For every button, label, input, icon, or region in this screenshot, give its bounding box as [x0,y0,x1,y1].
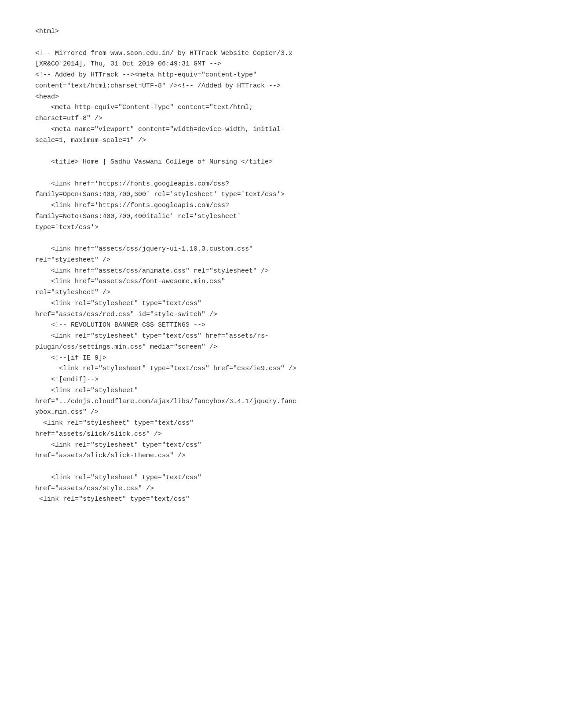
code-line: family=Noto+Sans:400,700,400italic' rel=… [35,211,431,222]
code-line: plugin/css/settings.min.css" media="scre… [35,342,431,353]
code-line: href="assets/css/red.css" id="style-swit… [35,309,431,320]
code-line: <head> [35,92,431,103]
code-line: [XR&CO'2014], Thu, 31 Oct 2019 06:49:31 … [35,59,431,70]
code-line: <link href="assets/css/font-awesome.min.… [35,277,431,288]
code-line: <link href="assets/css/animate.css" rel=… [35,266,431,277]
code-line: <link rel="stylesheet" type="text/css" h… [35,331,431,342]
code-line: <meta name="viewport" content="width=dev… [35,124,431,135]
code-line: scale=1, maximum-scale=1" /> [35,135,431,146]
code-line: <!-- Added by HTTrack --><meta http-equi… [35,70,431,81]
code-display: <html> <!-- Mirrored from www.scon.edu.i… [35,26,431,505]
code-line: <html> [35,26,431,37]
code-line: rel="stylesheet" /> [35,255,431,266]
code-line: ybox.min.css" /> [35,407,431,418]
code-line: family=Open+Sans:400,700,300' rel='style… [35,189,431,200]
code-line [35,37,431,48]
code-line: <link rel="stylesheet" type="text/css" [35,298,431,309]
code-line: <link rel="stylesheet" type="text/css" h… [35,364,431,375]
code-line: <!-- REVOLUTION BANNER CSS SETTINGS --> [35,320,431,331]
code-line: href="../cdnjs.cloudflare.com/ajax/libs/… [35,397,431,408]
code-line: <link rel="stylesheet" type="text/css" [35,440,431,451]
code-line: content="text/html;charset=UTF-8" /><!--… [35,81,431,92]
code-line: <link rel="stylesheet" type="text/css" [35,473,431,484]
code-line: type='text/css'> [35,222,431,233]
code-line: rel="stylesheet" /> [35,288,431,298]
code-line: charset=utf-8" /> [35,113,431,124]
code-line [35,168,431,179]
code-line: href="assets/slick/slick.css" /> [35,429,431,440]
code-line [35,233,431,244]
code-line: <!--[if IE 9]> [35,353,431,364]
code-line: <![endif]--> [35,375,431,386]
code-line [35,462,431,473]
code-line [35,146,431,157]
code-line: <link rel="stylesheet" type="text/css" [35,418,431,429]
code-line: <link href="assets/css/jquery-ui-1.10.3.… [35,244,431,255]
code-line: <title> Home | Sadhu Vaswani College of … [35,157,431,168]
code-line: <link href='https://fonts.googleapis.com… [35,179,431,190]
code-line: <link rel="stylesheet" [35,386,431,397]
code-line: <link rel="stylesheet" type="text/css" [35,494,431,505]
code-line: href="assets/css/style.css" /> [35,484,431,495]
code-line: <link href='https://fonts.googleapis.com… [35,200,431,211]
code-line: href="assets/slick/slick-theme.css" /> [35,451,431,462]
code-line: <meta http-equiv="Content-Type" content=… [35,102,431,113]
code-line: <!-- Mirrored from www.scon.edu.in/ by H… [35,48,431,59]
